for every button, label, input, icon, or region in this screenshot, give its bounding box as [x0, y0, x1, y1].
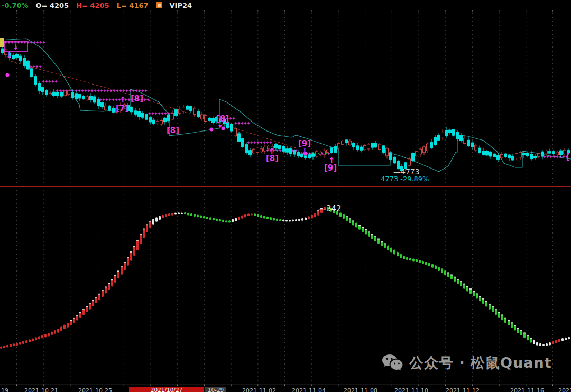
indicator-bar: [111, 279, 113, 286]
candle-body: [508, 155, 511, 158]
candle-body: [316, 152, 318, 156]
axis-date-label: 2021-11-10: [394, 387, 428, 392]
date-axis[interactable]: 2021-10-192021-10-212021-10-252021-11-02…: [0, 386, 571, 392]
indicator-bar: [355, 223, 357, 228]
indicator-bar: [397, 252, 399, 257]
vip-badge[interactable]: VIP24: [156, 2, 200, 10]
stop-dot: [81, 90, 84, 92]
indicator-bar: [51, 332, 53, 335]
stop-dot: [161, 113, 164, 115]
candle-body: [79, 95, 81, 98]
indicator-bar: [159, 216, 161, 220]
candle-body: [82, 96, 85, 99]
stop-dot: [36, 41, 39, 44]
candle-body: [71, 92, 74, 98]
candle-body: [523, 153, 526, 155]
stop-dot: [100, 90, 103, 92]
stop-dot: [55, 80, 58, 83]
sequence-label: [8]: [216, 114, 229, 124]
indicator-bar: [425, 262, 427, 265]
stop-dot: [112, 99, 115, 101]
stop-dot: [109, 99, 112, 101]
stop-dot: [107, 90, 109, 92]
indicator-bar: [403, 256, 405, 259]
candle-body: [371, 143, 374, 147]
indicator-bar-cap: [121, 266, 123, 267]
indicator-bar: [149, 221, 151, 228]
candle-body: [545, 151, 548, 154]
indicator-bar: [419, 260, 421, 263]
stop-dot: [142, 90, 144, 92]
indicator-bar: [136, 240, 139, 250]
stop-dot: [257, 142, 260, 144]
candle-body: [519, 152, 522, 157]
stop-dot: [43, 41, 45, 44]
stop-dot: [116, 90, 119, 92]
candle-body: [138, 111, 141, 117]
indicator-bar-cap: [498, 312, 500, 313]
indicator-bar: [241, 215, 243, 218]
indicator-bar: [222, 220, 224, 222]
low-value: L= 4167: [117, 2, 149, 10]
trading-terminal-screen: ↓↑↑↑↓↓▼[7][8][8][8][8][9][9][—47734773 -…: [0, 0, 571, 392]
indicator-bar: [60, 326, 62, 331]
signal-dot: [6, 73, 10, 77]
indicator-bar: [108, 283, 110, 290]
candle-body: [264, 147, 266, 151]
candle-body: [308, 155, 311, 158]
candle-body: [564, 150, 566, 154]
indicator-bar-cap: [489, 304, 491, 305]
axis-date-label: 2021-11-04: [292, 387, 326, 392]
chart-canvas[interactable]: ↓↑↑↑↓↓▼[7][8][8][8][8][9][9][—47734773 -…: [0, 0, 571, 392]
stop-dot: [85, 90, 87, 92]
candle-body: [353, 144, 355, 147]
stop-dot: [45, 80, 48, 83]
indicator-bar: [305, 217, 307, 220]
stop-dot: [233, 117, 235, 120]
candle-body: [131, 107, 133, 112]
candle-body: [464, 138, 466, 144]
stop-dot: [251, 142, 253, 144]
candle-body: [501, 154, 503, 157]
indicator-bar: [251, 213, 253, 215]
candle-body: [327, 150, 329, 153]
stop-dot: [129, 90, 132, 92]
indicator-bar-cap: [146, 224, 148, 225]
indicator-bar-cap: [346, 216, 348, 217]
candle-body: [467, 140, 470, 146]
candle-body: [427, 144, 429, 151]
candle-body: [201, 115, 204, 119]
candle-body: [530, 154, 533, 159]
indicator-bar-cap: [127, 257, 129, 258]
indicator-bar: [124, 262, 126, 270]
indicator-bar: [117, 270, 119, 278]
indicator-bar-cap: [514, 325, 516, 326]
candle-body: [75, 94, 78, 99]
indicator-bar-cap: [362, 227, 364, 228]
candle-body: [175, 110, 178, 116]
indicator-bar-cap: [530, 338, 532, 339]
candle-body: [382, 146, 385, 153]
axis-date-label: 2021-10-19: [0, 387, 8, 392]
stop-dot: [145, 90, 148, 92]
candle-body: [194, 108, 196, 114]
indicator-bar: [146, 224, 148, 232]
indicator-bar: [568, 337, 570, 340]
stop-dot: [49, 80, 51, 83]
candle-body: [549, 152, 551, 153]
candle-body: [408, 159, 411, 165]
indicator-bar-cap: [460, 281, 462, 282]
indicator-bar-cap: [365, 229, 367, 230]
indicator-bar-cap: [476, 294, 478, 295]
open-value: O= 4205: [36, 2, 69, 10]
indicator-bar: [200, 216, 202, 218]
indicator-bar: [406, 257, 408, 260]
indicator-bar-cap: [368, 231, 370, 232]
indicator-bar: [63, 325, 66, 329]
stop-dot: [126, 90, 128, 92]
indicator-bar: [435, 265, 437, 269]
indicator-bar: [67, 323, 69, 328]
indicator-bar: [22, 341, 24, 344]
axis-date-label: 2021-11-02: [242, 387, 276, 392]
indicator-bar: [32, 338, 34, 341]
